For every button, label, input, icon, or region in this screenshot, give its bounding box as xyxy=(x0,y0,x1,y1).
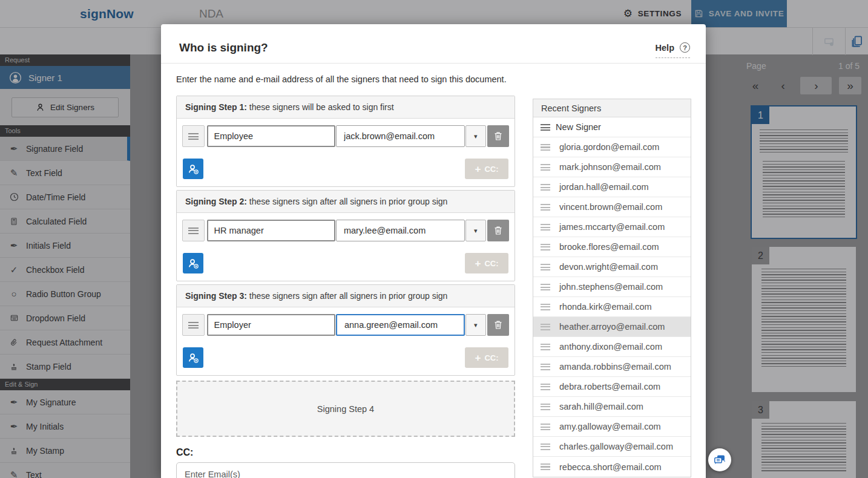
plus-icon: + xyxy=(475,258,481,269)
cc-button-label: CC: xyxy=(484,259,498,268)
help-link[interactable]: Help ? xyxy=(656,42,690,58)
signer-row: ▾ xyxy=(182,220,509,241)
app-root: signNow NDA ⚙ SETTINGS SAVE AND INVITE R… xyxy=(0,0,868,478)
add-cc-button[interactable]: + CC: xyxy=(465,253,508,273)
add-cc-button[interactable]: + CC: xyxy=(465,347,508,368)
drag-handle-icon xyxy=(541,324,550,330)
modal-title: Who is signing? xyxy=(179,41,268,54)
drag-handle-icon xyxy=(188,133,199,140)
signing-step-3: Signing Step 3: these signers sign after… xyxy=(176,284,515,376)
drag-handle-icon xyxy=(541,184,550,191)
step-title: Signing Step 2: xyxy=(185,197,247,206)
signing-step-2-header: Signing Step 2: these signers sign after… xyxy=(177,191,515,213)
drag-handle-icon xyxy=(541,444,550,450)
recent-signer-label: devon.wright@email.com xyxy=(559,262,658,272)
email-dropdown-button[interactable]: ▾ xyxy=(465,220,486,241)
drag-handle-icon xyxy=(541,384,550,390)
recent-signer-label: brooke.flores@email.com xyxy=(559,242,659,252)
recent-signer-row[interactable]: amy.galloway@email.com xyxy=(533,417,691,437)
recent-signer-row[interactable]: mark.johnson@email.com xyxy=(533,157,691,177)
recent-signer-label: New Signer xyxy=(556,122,601,132)
step-title: Signing Step 1: xyxy=(185,102,247,112)
plus-icon: + xyxy=(475,164,481,174)
modal-divider xyxy=(161,63,706,64)
drag-handle-icon xyxy=(541,264,550,270)
chat-icon xyxy=(713,453,726,467)
signer-email-input[interactable] xyxy=(336,125,465,147)
add-signer-button[interactable] xyxy=(183,159,203,179)
recent-signer-row[interactable]: sarah.hill@email.com xyxy=(533,397,691,417)
signer-role-input[interactable] xyxy=(207,125,335,147)
add-signer-button[interactable] xyxy=(183,253,203,273)
signer-email-input[interactable] xyxy=(336,220,465,241)
drag-handle-icon xyxy=(188,322,199,329)
drag-handle[interactable] xyxy=(182,125,205,147)
drag-handle-icon xyxy=(541,304,550,310)
help-question-icon: ? xyxy=(680,42,690,53)
email-dropdown-button[interactable]: ▾ xyxy=(465,125,486,147)
drag-handle-icon xyxy=(541,284,550,290)
add-person-icon xyxy=(187,163,200,175)
delete-signer-button[interactable] xyxy=(487,125,510,147)
signing-step-2: Signing Step 2: these signers sign after… xyxy=(176,190,515,281)
step-subtitle: these signers will be asked to sign firs… xyxy=(249,102,394,112)
signer-row: ▾ xyxy=(182,314,509,336)
signing-step-1-header: Signing Step 1: these signers will be as… xyxy=(177,96,515,119)
recent-signer-label: heather.arroyo@email.com xyxy=(559,322,665,332)
recent-signer-label: debra.roberts@email.com xyxy=(559,382,660,391)
signer-role-input[interactable] xyxy=(207,220,335,241)
drag-handle-icon xyxy=(541,144,550,151)
recent-signer-label: anthony.dixon@email.com xyxy=(559,342,662,352)
recent-signer-row[interactable]: gloria.gordon@email.com xyxy=(533,137,691,157)
cc-emails-input[interactable] xyxy=(176,462,515,478)
delete-signer-button[interactable] xyxy=(487,220,510,241)
signer-email-input-focused[interactable] xyxy=(336,314,465,336)
signing-step-3-header: Signing Step 3: these signers sign after… xyxy=(177,285,515,307)
recent-signer-row[interactable]: john.stephens@email.com xyxy=(533,277,691,297)
recent-signer-label: gloria.gordon@email.com xyxy=(559,142,659,152)
add-person-icon xyxy=(187,257,200,270)
drag-handle-icon xyxy=(541,224,550,231)
signer-role-input[interactable] xyxy=(207,314,335,336)
recent-signers-list: New Signergloria.gordon@email.commark.jo… xyxy=(533,117,691,477)
email-dropdown-button[interactable]: ▾ xyxy=(465,314,486,336)
drag-handle[interactable] xyxy=(182,220,205,241)
recent-signer-row[interactable]: heather.arroyo@email.com xyxy=(533,317,691,337)
step-title: Signing Step 3: xyxy=(185,291,247,301)
delete-signer-button[interactable] xyxy=(487,314,510,336)
recent-signer-label: rhonda.kirk@email.com xyxy=(559,302,652,312)
trash-icon xyxy=(494,131,502,141)
add-signer-button[interactable] xyxy=(183,347,203,368)
recent-signer-row-new[interactable]: New Signer xyxy=(533,117,691,137)
add-cc-button[interactable]: + CC: xyxy=(465,159,508,179)
recent-signer-row[interactable]: brooke.flores@email.com xyxy=(533,237,691,257)
recent-signer-row[interactable]: amanda.robbins@email.com xyxy=(533,357,691,377)
drag-handle-icon xyxy=(541,424,550,430)
drag-handle-icon xyxy=(541,164,550,171)
recent-signer-label: rebecca.short@email.com xyxy=(559,462,662,472)
recent-signer-label: james.mccarty@email.com xyxy=(559,222,665,232)
signing-step-4-dropzone[interactable]: Signing Step 4 xyxy=(176,381,515,437)
recent-signer-row[interactable]: rebecca.short@email.com xyxy=(533,457,691,477)
signing-steps-column: Signing Step 1: these signers will be as… xyxy=(176,96,515,478)
drag-handle-icon xyxy=(541,244,550,250)
plus-icon: + xyxy=(475,353,481,363)
drag-handle-icon xyxy=(541,404,550,410)
recent-signer-row[interactable]: devon.wright@email.com xyxy=(533,257,691,277)
recent-signer-row[interactable]: vincent.brown@email.com xyxy=(533,197,691,217)
recent-signer-row[interactable]: rhonda.kirk@email.com xyxy=(533,297,691,317)
recent-signer-label: amanda.robbins@email.com xyxy=(559,362,671,372)
recent-signer-row[interactable]: charles.galloway@email.com xyxy=(533,437,691,457)
drag-handle-icon xyxy=(541,344,550,350)
add-person-icon xyxy=(187,352,200,364)
drag-handle[interactable] xyxy=(182,314,205,336)
recent-signer-row[interactable]: jordan.hall@email.com xyxy=(533,177,691,197)
recent-signer-row[interactable]: debra.roberts@email.com xyxy=(533,377,691,397)
recent-signer-label: sarah.hill@email.com xyxy=(559,402,643,411)
recent-signer-row[interactable]: anthony.dixon@email.com xyxy=(533,337,691,357)
signer-row: ▾ xyxy=(182,125,509,147)
step-subtitle: these signers sign after all signers in … xyxy=(249,197,448,206)
chat-button[interactable] xyxy=(708,448,731,471)
recent-signer-row[interactable]: james.mccarty@email.com xyxy=(533,217,691,237)
recent-signer-label: vincent.brown@email.com xyxy=(559,202,662,212)
